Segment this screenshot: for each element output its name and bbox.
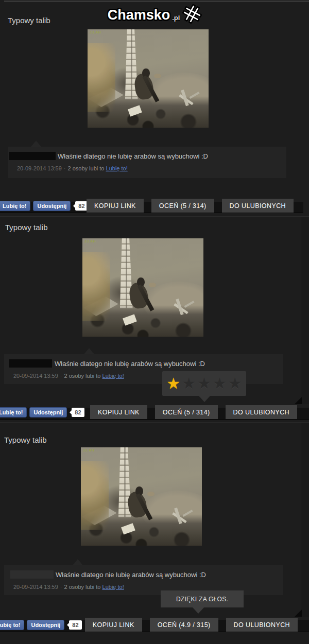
meme-image[interactable]: JJ.AH (82, 238, 203, 337)
share-bar: Lubię to! Udostępnij 82 KOPIUJ LINK OCEŃ… (0, 620, 309, 632)
action-buttons: KOPIUJ LINK OCEŃ (5 / 314) DO ULUBIONYCH (90, 405, 297, 419)
page-corner-fold (295, 397, 302, 404)
photo-hand (147, 492, 154, 496)
share-count-badge: 82 (75, 201, 88, 211)
favorites-button[interactable]: DO ULUBIONYCH (226, 405, 297, 419)
comment-text: Właśnie dlatego nie lubię arabów są wybu… (58, 152, 208, 160)
rating-popup: ★ ★ ★ ★ ★ (162, 371, 246, 396)
comment-text: Właśnie dlatego nie lubię arabów są wybu… (56, 571, 206, 579)
comment-text: Właśnie dlatego nie lubię arabów są wybu… (55, 360, 205, 368)
page-right-edge (301, 423, 309, 617)
comment-likes: 2 osoby lubi to (64, 584, 101, 590)
comment-bubble-tail (84, 348, 94, 354)
comment-box: Właśnie dlatego nie lubię arabów są wybu… (8, 147, 286, 178)
comment-date: 20-09-2014 13:59 (13, 584, 58, 590)
censored-username (9, 152, 56, 160)
share-count: 82 (75, 409, 81, 415)
photo-hand (149, 283, 156, 287)
star-icon[interactable]: ★ (213, 376, 227, 391)
star-icon-selected[interactable]: ★ (166, 376, 180, 391)
copy-link-button[interactable]: KOPIUJ LINK (87, 199, 144, 213)
tooltip-tail-icon (193, 607, 204, 614)
share-bar: Lubię to! Udostępnij 82 KOPIUJ LINK OCEŃ… (0, 202, 303, 213)
facebook-buttons: Lubię to! Udostępnij 82 (0, 620, 82, 630)
star-icon[interactable]: ★ (228, 376, 242, 391)
post-title[interactable]: Typowy talib (5, 223, 48, 232)
comment-like-link[interactable]: Lubię to! (106, 165, 128, 171)
post-title[interactable]: Typowy talib (8, 16, 50, 25)
post-section-2: Typowy talib JJ.AH Właśnie dlatego nie l… (0, 216, 309, 422)
post-section-1: Chamsko .pl Typowy talib (0, 0, 309, 216)
censored-username (9, 359, 52, 368)
comment-likes: 2 osoby lubi to (64, 373, 101, 379)
photo-bush (82, 252, 110, 321)
vote-thanks-tooltip: DZIĘKI ZA GŁOS. (161, 590, 244, 607)
comment-bubble-tail (31, 141, 41, 147)
copy-link-button[interactable]: KOPIUJ LINK (90, 405, 147, 419)
photo-bush (81, 461, 109, 530)
share-count: 82 (78, 203, 84, 209)
separator: · (58, 373, 64, 379)
photo-watermark: JJ.AH (83, 448, 94, 452)
page-right-edge (301, 217, 309, 404)
photo-watermark: JJ.AH (84, 239, 96, 243)
comment-meta: 20-09-2014 13:59·2 osoby lubi to Lubię t… (17, 165, 128, 171)
separator: · (62, 165, 68, 171)
fb-like-button[interactable]: Lubię to! (0, 201, 30, 211)
fb-like-button[interactable]: Lubię to! (0, 407, 27, 417)
logo-tld: .pl (172, 14, 180, 22)
favorites-button[interactable]: DO ULUBIONYCH (226, 618, 298, 632)
share-count-badge: 82 (69, 620, 81, 630)
page-corner-fold (295, 610, 302, 617)
action-buttons: KOPIUJ LINK OCEŃ (4.9 / 315) DO ULUBIONY… (85, 618, 298, 632)
badge-arrow-icon (70, 410, 72, 414)
comment-likes: 2 osoby lubi to (68, 165, 105, 171)
photo-hand (154, 74, 161, 78)
share-count-badge: 82 (72, 408, 84, 417)
share-bar: Lubię to! Udostępnij 82 KOPIUJ LINK OCEŃ… (0, 408, 309, 420)
facebook-buttons: Lubię to! Udostępnij 82 (0, 201, 88, 211)
favorites-button[interactable]: DO ULUBIONYCH (222, 199, 294, 213)
photo-bush (88, 43, 115, 112)
separator: · (58, 584, 64, 590)
copy-link-button[interactable]: KOPIUJ LINK (85, 618, 142, 632)
logo-text: Chamsko (108, 7, 170, 23)
censored-username (10, 570, 54, 579)
facebook-buttons: Lubię to! Udostępnij 82 (0, 407, 84, 417)
rate-button[interactable]: OCEŃ (5 / 314) (155, 405, 218, 419)
meme-image[interactable]: JJ.AH (81, 447, 202, 546)
action-buttons: KOPIUJ LINK OCEŃ (5 / 314) DO ULUBIONYCH (87, 199, 294, 213)
page: Chamsko .pl Typowy talib (0, 0, 309, 644)
fb-like-button[interactable]: Lubię to! (0, 620, 24, 630)
post-title[interactable]: Typowy talib (4, 436, 47, 444)
meme-image[interactable]: JJ.AH (88, 29, 209, 128)
rate-button[interactable]: OCEŃ (5 / 314) (151, 199, 214, 213)
badge-arrow-icon (73, 204, 75, 208)
star-icon[interactable]: ★ (182, 376, 196, 391)
comment-meta: 20-09-2014 13:59·2 osoby lubi to Lubię t… (13, 373, 124, 379)
comment-date: 20-09-2014 13:59 (17, 165, 62, 171)
star-icon[interactable]: ★ (197, 376, 211, 391)
share-count: 82 (72, 622, 78, 628)
fb-share-button[interactable]: Udostępnij (29, 407, 67, 417)
comment-date: 20-09-2014 13:59 (13, 373, 58, 379)
comment-bubble-tail (73, 559, 83, 565)
photo-watermark: JJ.AH (90, 30, 101, 34)
popup-tail-icon (199, 396, 210, 402)
hash-icon (180, 2, 205, 27)
fb-share-button[interactable]: Udostępnij (27, 620, 64, 630)
rate-button[interactable]: OCEŃ (4.9 / 315) (150, 618, 218, 632)
comment-like-link[interactable]: Lubię to! (102, 373, 124, 379)
vote-thanks-text: DZIĘKI ZA GŁOS. (176, 596, 228, 603)
fb-share-button[interactable]: Udostępnij (33, 201, 71, 211)
comment-meta: 20-09-2014 13:59·2 osoby lubi to Lubię t… (13, 584, 124, 590)
comment-like-link[interactable]: Lubię to! (102, 584, 124, 590)
badge-arrow-icon (67, 623, 69, 627)
post-section-3: Typowy talib JJ.AH Właśnie dlatego nie l… (0, 422, 309, 644)
